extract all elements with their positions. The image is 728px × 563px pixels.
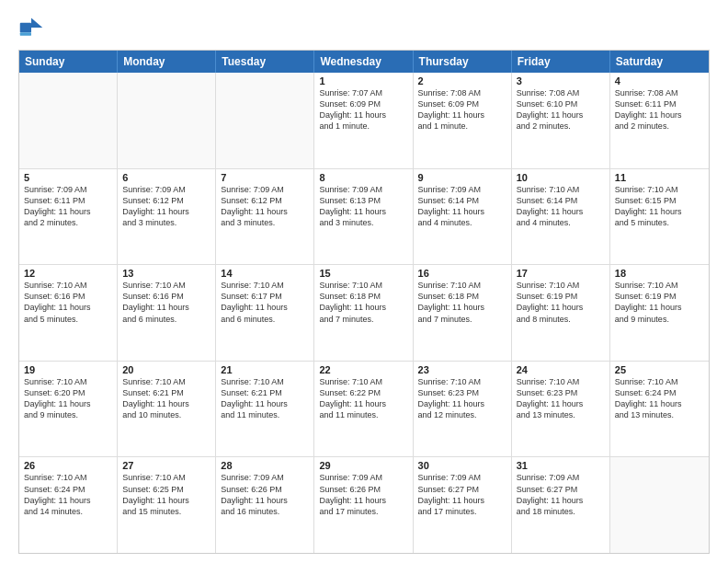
cell-info: Sunrise: 7:09 AM Sunset: 6:14 PM Dayligh… — [418, 184, 506, 229]
calendar-cell: 23Sunrise: 7:10 AM Sunset: 6:23 PM Dayli… — [414, 362, 512, 457]
cell-info: Sunrise: 7:08 AM Sunset: 6:11 PM Dayligh… — [615, 87, 704, 132]
cell-info: Sunrise: 7:10 AM Sunset: 6:25 PM Dayligh… — [122, 472, 210, 517]
day-number: 20 — [122, 364, 210, 375]
calendar-cell: 14Sunrise: 7:10 AM Sunset: 6:17 PM Dayli… — [216, 265, 314, 361]
calendar-row-2: 5Sunrise: 7:09 AM Sunset: 6:11 PM Daylig… — [19, 169, 709, 266]
calendar-cell: 13Sunrise: 7:10 AM Sunset: 6:16 PM Dayli… — [118, 265, 216, 361]
cell-info: Sunrise: 7:10 AM Sunset: 6:24 PM Dayligh… — [615, 376, 704, 421]
calendar-cell: 4Sunrise: 7:08 AM Sunset: 6:11 PM Daylig… — [610, 73, 709, 168]
calendar-cell: 11Sunrise: 7:10 AM Sunset: 6:15 PM Dayli… — [610, 169, 709, 265]
calendar-cell — [19, 73, 118, 168]
cell-info: Sunrise: 7:10 AM Sunset: 6:18 PM Dayligh… — [418, 280, 506, 325]
calendar-cell: 7Sunrise: 7:09 AM Sunset: 6:12 PM Daylig… — [216, 169, 314, 265]
day-number: 29 — [319, 460, 407, 471]
cell-info: Sunrise: 7:10 AM Sunset: 6:14 PM Dayligh… — [517, 184, 605, 229]
svg-rect-0 — [20, 23, 31, 33]
day-number: 16 — [418, 268, 506, 279]
cell-info: Sunrise: 7:10 AM Sunset: 6:17 PM Dayligh… — [221, 280, 309, 325]
cell-info: Sunrise: 7:10 AM Sunset: 6:18 PM Dayligh… — [319, 280, 407, 325]
day-number: 6 — [122, 172, 210, 183]
calendar-cell — [216, 73, 314, 168]
calendar-cell: 8Sunrise: 7:09 AM Sunset: 6:13 PM Daylig… — [314, 169, 413, 265]
day-number: 1 — [319, 75, 407, 86]
cell-info: Sunrise: 7:10 AM Sunset: 6:19 PM Dayligh… — [615, 280, 704, 325]
day-number: 3 — [517, 75, 605, 86]
calendar-cell: 18Sunrise: 7:10 AM Sunset: 6:19 PM Dayli… — [610, 265, 709, 361]
cell-info: Sunrise: 7:09 AM Sunset: 6:26 PM Dayligh… — [319, 472, 407, 517]
day-number: 12 — [24, 268, 112, 279]
cell-info: Sunrise: 7:07 AM Sunset: 6:09 PM Dayligh… — [319, 87, 407, 132]
cell-info: Sunrise: 7:09 AM Sunset: 6:26 PM Dayligh… — [221, 472, 309, 517]
calendar: SundayMondayTuesdayWednesdayThursdayFrid… — [18, 50, 710, 554]
day-number: 19 — [24, 364, 112, 375]
cell-info: Sunrise: 7:10 AM Sunset: 6:21 PM Dayligh… — [122, 376, 210, 421]
cell-info: Sunrise: 7:10 AM Sunset: 6:24 PM Dayligh… — [24, 472, 112, 517]
day-number: 23 — [418, 364, 506, 375]
calendar-cell — [610, 457, 709, 553]
page: SundayMondayTuesdayWednesdayThursdayFrid… — [0, 0, 728, 563]
header-day-friday: Friday — [512, 51, 610, 73]
day-number: 22 — [319, 364, 407, 375]
header-day-tuesday: Tuesday — [216, 51, 314, 73]
calendar-cell: 9Sunrise: 7:09 AM Sunset: 6:14 PM Daylig… — [414, 169, 512, 265]
calendar-cell: 28Sunrise: 7:09 AM Sunset: 6:26 PM Dayli… — [216, 457, 314, 553]
day-number: 26 — [24, 460, 112, 471]
header-day-thursday: Thursday — [414, 51, 512, 73]
day-number: 28 — [221, 460, 309, 471]
calendar-cell: 30Sunrise: 7:09 AM Sunset: 6:27 PM Dayli… — [414, 457, 512, 553]
day-number: 13 — [122, 268, 210, 279]
calendar-row-5: 26Sunrise: 7:10 AM Sunset: 6:24 PM Dayli… — [19, 457, 709, 553]
header-day-wednesday: Wednesday — [314, 51, 413, 73]
header — [18, 15, 710, 40]
cell-info: Sunrise: 7:10 AM Sunset: 6:15 PM Dayligh… — [615, 184, 704, 229]
calendar-cell: 2Sunrise: 7:08 AM Sunset: 6:09 PM Daylig… — [414, 73, 512, 168]
calendar-cell — [118, 73, 216, 168]
day-number: 14 — [221, 268, 309, 279]
calendar-row-3: 12Sunrise: 7:10 AM Sunset: 6:16 PM Dayli… — [19, 265, 709, 362]
header-day-saturday: Saturday — [610, 51, 709, 73]
calendar-cell: 10Sunrise: 7:10 AM Sunset: 6:14 PM Dayli… — [512, 169, 610, 265]
calendar-cell: 21Sunrise: 7:10 AM Sunset: 6:21 PM Dayli… — [216, 362, 314, 457]
day-number: 27 — [122, 460, 210, 471]
day-number: 15 — [319, 268, 407, 279]
cell-info: Sunrise: 7:10 AM Sunset: 6:20 PM Dayligh… — [24, 376, 112, 421]
day-number: 5 — [24, 172, 112, 183]
header-day-monday: Monday — [118, 51, 216, 73]
calendar-cell: 24Sunrise: 7:10 AM Sunset: 6:23 PM Dayli… — [512, 362, 610, 457]
cell-info: Sunrise: 7:10 AM Sunset: 6:23 PM Dayligh… — [418, 376, 506, 421]
calendar-cell: 27Sunrise: 7:10 AM Sunset: 6:25 PM Dayli… — [118, 457, 216, 553]
calendar-row-1: 1Sunrise: 7:07 AM Sunset: 6:09 PM Daylig… — [19, 73, 709, 169]
calendar-row-4: 19Sunrise: 7:10 AM Sunset: 6:20 PM Dayli… — [19, 362, 709, 458]
calendar-cell: 17Sunrise: 7:10 AM Sunset: 6:19 PM Dayli… — [512, 265, 610, 361]
day-number: 8 — [319, 172, 407, 183]
logo — [18, 15, 48, 40]
calendar-cell: 6Sunrise: 7:09 AM Sunset: 6:12 PM Daylig… — [118, 169, 216, 265]
cell-info: Sunrise: 7:09 AM Sunset: 6:12 PM Dayligh… — [122, 184, 210, 229]
calendar-cell: 29Sunrise: 7:09 AM Sunset: 6:26 PM Dayli… — [314, 457, 413, 553]
calendar-header: SundayMondayTuesdayWednesdayThursdayFrid… — [19, 51, 709, 73]
day-number: 2 — [418, 75, 506, 86]
cell-info: Sunrise: 7:09 AM Sunset: 6:27 PM Dayligh… — [418, 472, 506, 517]
calendar-cell: 19Sunrise: 7:10 AM Sunset: 6:20 PM Dayli… — [19, 362, 118, 457]
calendar-cell: 3Sunrise: 7:08 AM Sunset: 6:10 PM Daylig… — [512, 73, 610, 168]
day-number: 10 — [517, 172, 605, 183]
cell-info: Sunrise: 7:09 AM Sunset: 6:13 PM Dayligh… — [319, 184, 407, 229]
cell-info: Sunrise: 7:09 AM Sunset: 6:11 PM Dayligh… — [24, 184, 112, 229]
day-number: 7 — [221, 172, 309, 183]
cell-info: Sunrise: 7:08 AM Sunset: 6:09 PM Dayligh… — [418, 87, 506, 132]
calendar-cell: 20Sunrise: 7:10 AM Sunset: 6:21 PM Dayli… — [118, 362, 216, 457]
calendar-cell: 15Sunrise: 7:10 AM Sunset: 6:18 PM Dayli… — [314, 265, 413, 361]
calendar-cell: 22Sunrise: 7:10 AM Sunset: 6:22 PM Dayli… — [314, 362, 413, 457]
day-number: 31 — [517, 460, 605, 471]
header-day-sunday: Sunday — [19, 51, 118, 73]
day-number: 17 — [517, 268, 605, 279]
day-number: 30 — [418, 460, 506, 471]
day-number: 25 — [615, 364, 704, 375]
cell-info: Sunrise: 7:09 AM Sunset: 6:12 PM Dayligh… — [221, 184, 309, 229]
calendar-cell: 1Sunrise: 7:07 AM Sunset: 6:09 PM Daylig… — [314, 73, 413, 168]
cell-info: Sunrise: 7:10 AM Sunset: 6:23 PM Dayligh… — [517, 376, 605, 421]
cell-info: Sunrise: 7:09 AM Sunset: 6:27 PM Dayligh… — [517, 472, 605, 517]
day-number: 18 — [615, 268, 704, 279]
cell-info: Sunrise: 7:10 AM Sunset: 6:16 PM Dayligh… — [24, 280, 112, 325]
cell-info: Sunrise: 7:10 AM Sunset: 6:21 PM Dayligh… — [221, 376, 309, 421]
